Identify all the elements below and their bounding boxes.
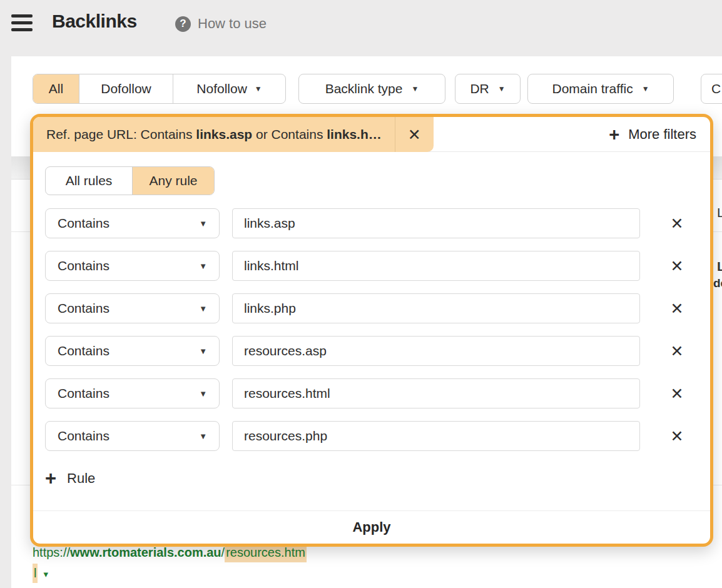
chevron-down-icon: ▼ <box>199 347 207 355</box>
table-header-fragment: L <box>717 205 722 220</box>
rule-value-input[interactable] <box>232 293 640 323</box>
rule-row: Contains ▼ ✕ <box>45 208 698 238</box>
apply-label: Apply <box>352 519 390 535</box>
how-to-use-link[interactable]: ? How to use <box>175 16 267 32</box>
result-url[interactable]: https://www.rtomaterials.com.au/resource… <box>33 542 307 584</box>
operator-label: Contains <box>58 343 109 358</box>
domain-traffic-label: Domain traffic <box>552 81 633 96</box>
backlink-type-dropdown[interactable]: Backlink type ▼ <box>298 74 445 104</box>
chevron-down-icon: ▼ <box>199 220 207 228</box>
operator-label: Contains <box>58 428 109 444</box>
rule-value-input[interactable] <box>232 378 640 408</box>
chevron-down-icon: ▼ <box>199 432 207 440</box>
page-title: Backlinks <box>52 11 137 32</box>
chip-text: Ref. page URL: Contains links.asp or Con… <box>46 127 382 142</box>
filter-chip-row: Ref. page URL: Contains links.asp or Con… <box>33 117 710 152</box>
rule-row: Contains ▼ ✕ <box>45 378 698 408</box>
backlink-type-label: Backlink type <box>325 81 403 96</box>
all-rules-option[interactable]: All rules <box>46 167 133 195</box>
operator-label: Contains <box>58 258 109 273</box>
rule-operator-select[interactable]: Contains ▼ <box>45 336 220 366</box>
url-path-wrapped-highlighted: l <box>33 564 38 583</box>
chevron-down-icon: ▼ <box>199 262 207 270</box>
more-filters-label: More filters <box>628 126 696 143</box>
dr-dropdown[interactable]: DR ▼ <box>455 74 521 104</box>
ref-page-url-filter-chip[interactable]: Ref. page URL: Contains links.asp or Con… <box>33 117 434 152</box>
operator-label: Contains <box>58 301 109 316</box>
rule-operator-select[interactable]: Contains ▼ <box>45 251 220 281</box>
table-cell-fragment: do <box>713 276 722 290</box>
app-header: Backlinks ? How to use <box>0 0 722 56</box>
rule-value-input[interactable] <box>232 336 640 366</box>
url-expand-caret-icon[interactable]: ▾ <box>43 569 48 579</box>
rule-operator-select[interactable]: Contains ▼ <box>45 293 220 323</box>
rule-match-toggle: All rules Any rule <box>45 166 215 195</box>
cutoff-filter-dropdown[interactable]: C <box>701 74 722 104</box>
plus-icon: + <box>609 126 619 144</box>
filter-panel-content: All rules Any rule Contains ▼ ✕ Contains… <box>33 152 710 488</box>
remove-rule-icon[interactable]: ✕ <box>664 253 689 278</box>
operator-label: Contains <box>58 216 109 231</box>
segment-nofollow-label: Nofollow <box>196 81 247 96</box>
operator-label: Contains <box>58 386 109 401</box>
rule-operator-select[interactable]: Contains ▼ <box>45 208 220 238</box>
rule-value-input[interactable] <box>232 421 640 451</box>
remove-filter-icon[interactable]: ✕ <box>395 117 434 152</box>
chevron-down-icon: ▼ <box>199 390 207 398</box>
apply-button[interactable]: Apply <box>33 510 710 544</box>
url-scheme: https:// <box>33 545 70 559</box>
url-domain: www.rtomaterials.com.au <box>70 545 221 559</box>
remove-rule-icon[interactable]: ✕ <box>664 423 689 449</box>
chevron-down-icon: ▼ <box>642 85 649 93</box>
dr-label: DR <box>470 81 489 96</box>
more-filters-button[interactable]: + More filters <box>609 117 696 152</box>
cutoff-filter-label: C <box>711 81 721 96</box>
add-rule-label: Rule <box>67 470 95 487</box>
menu-icon[interactable] <box>11 14 33 32</box>
segment-all[interactable]: All <box>33 74 79 103</box>
follow-segmented-control: All Dofollow Nofollow ▼ <box>33 74 286 104</box>
domain-traffic-dropdown[interactable]: Domain traffic ▼ <box>527 74 674 104</box>
plus-icon: + <box>45 469 56 488</box>
rule-value-input[interactable] <box>232 208 640 238</box>
segment-nofollow[interactable]: Nofollow ▼ <box>173 74 285 103</box>
rule-row: Contains ▼ ✕ <box>45 251 698 281</box>
remove-rule-icon[interactable]: ✕ <box>664 296 689 321</box>
ref-page-url-filter-panel: Ref. page URL: Contains links.asp or Con… <box>30 114 713 547</box>
remove-rule-icon[interactable]: ✕ <box>664 338 689 363</box>
help-icon: ? <box>175 16 191 32</box>
segment-dofollow[interactable]: Dofollow <box>79 74 173 103</box>
rule-operator-select[interactable]: Contains ▼ <box>45 421 220 451</box>
result-url-line2: l▾ <box>33 563 307 584</box>
remove-rule-icon[interactable]: ✕ <box>664 381 689 406</box>
chevron-down-icon: ▼ <box>255 85 262 93</box>
add-rule-button[interactable]: + Rule <box>45 469 698 488</box>
table-cell-fragment: L <box>717 259 722 274</box>
remove-rule-icon[interactable]: ✕ <box>664 211 689 236</box>
how-to-use-label: How to use <box>198 16 267 32</box>
rule-row: Contains ▼ ✕ <box>45 293 698 323</box>
any-rule-option-selected[interactable]: Any rule <box>133 167 214 195</box>
chevron-down-icon: ▼ <box>199 305 207 313</box>
rule-value-input[interactable] <box>232 251 640 281</box>
chevron-down-icon: ▼ <box>411 85 419 93</box>
chevron-down-icon: ▼ <box>498 85 506 93</box>
rule-row: Contains ▼ ✕ <box>45 336 698 366</box>
filter-chip-label: Ref. page URL: Contains links.asp or Con… <box>33 117 395 152</box>
rule-row: Contains ▼ ✕ <box>45 421 698 451</box>
rule-operator-select[interactable]: Contains ▼ <box>45 378 220 408</box>
